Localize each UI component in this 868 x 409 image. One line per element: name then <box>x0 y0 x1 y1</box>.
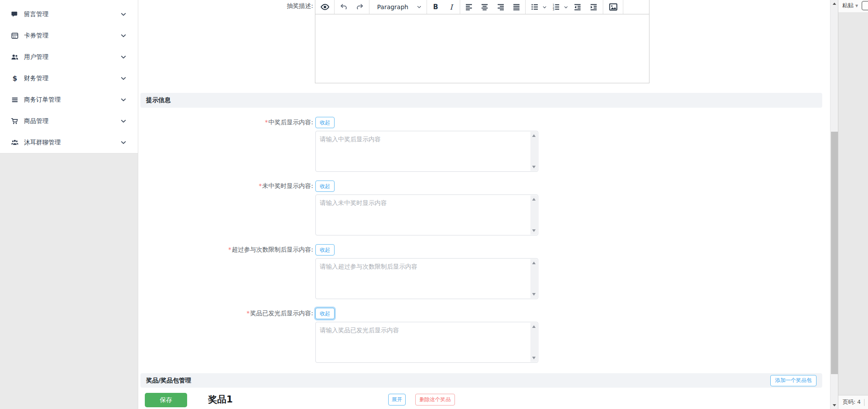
scroll-down-icon[interactable] <box>532 166 536 168</box>
collapse-button-win[interactable]: 收起 <box>315 117 335 128</box>
prize-name: 奖品1 <box>208 393 233 406</box>
redo-button[interactable] <box>353 1 367 13</box>
tips-section-title: 提示信息 <box>146 96 171 104</box>
numbered-list-button[interactable]: 123 <box>549 1 563 13</box>
chevron-down-icon <box>120 54 126 60</box>
textarea-distributed-wrap <box>315 322 538 363</box>
group-icon <box>10 138 19 147</box>
sidebar-item-label: 商务订单管理 <box>24 96 120 104</box>
textarea-lose[interactable] <box>316 195 538 235</box>
sidebar-item-groupchat-management[interactable]: 沐耳群聊管理 <box>0 132 138 153</box>
sidebar-item-order-management[interactable]: 商务订单管理 <box>0 89 138 110</box>
scroll-down-icon <box>833 404 836 406</box>
textarea-scrollbar[interactable] <box>530 259 537 298</box>
italic-button[interactable]: I <box>444 1 458 13</box>
list-icon <box>10 95 19 104</box>
editor-toolbar: Paragraph B I <box>315 0 649 14</box>
sidebar-item-user-management[interactable]: 用户管理 <box>0 46 138 68</box>
chevron-down-icon[interactable] <box>542 5 547 10</box>
scroll-up-icon[interactable] <box>532 262 536 264</box>
toolbar-group-preview <box>315 0 335 14</box>
admin-app: 留言管理 卡券管理 用户管理 <box>0 0 868 409</box>
sidebar-menu: 留言管理 卡券管理 用户管理 <box>0 0 138 153</box>
expand-button[interactable]: 展开 <box>388 394 406 406</box>
collapse-button-lose[interactable]: 收起 <box>315 181 335 192</box>
sidebar-item-message-management[interactable]: 留言管理 <box>0 3 138 25</box>
undo-button[interactable] <box>337 1 351 13</box>
delete-prize-button[interactable]: 删除这个奖品 <box>415 394 455 406</box>
toolbar-group-history <box>335 0 369 14</box>
collapse-button-limit[interactable]: 收起 <box>315 244 335 256</box>
prize-section-title: 奖品/奖品包管理 <box>146 377 191 385</box>
align-justify-icon[interactable] <box>509 1 523 13</box>
textarea-distributed[interactable] <box>316 322 538 362</box>
comment-icon <box>10 10 19 19</box>
textarea-scrollbar[interactable] <box>530 132 537 171</box>
outdent-button[interactable] <box>571 1 584 13</box>
scrollbar-thumb[interactable] <box>831 132 838 374</box>
scroll-up-icon[interactable] <box>532 198 536 201</box>
cart-icon <box>10 117 19 126</box>
clipboard-icon[interactable] <box>861 1 868 10</box>
preview-eye-button[interactable] <box>318 1 332 13</box>
dollar-icon: $ <box>10 74 19 83</box>
indent-button[interactable] <box>587 1 601 13</box>
background-word-window: 粘贴 ▼ 页码: 4 页 <box>838 0 868 409</box>
field-label-lose: *未中奖时显示内容: <box>139 182 313 190</box>
paragraph-dropdown[interactable]: Paragraph <box>373 3 424 10</box>
rich-text-editor: Paragraph B I <box>315 0 649 83</box>
required-asterisk: * <box>265 119 268 126</box>
textarea-scrollbar[interactable] <box>530 323 537 362</box>
sidebar-item-label: 财务管理 <box>24 75 120 82</box>
sidebar-item-label: 用户管理 <box>24 53 120 61</box>
word-paste-button[interactable]: 粘贴 ▼ <box>842 2 858 10</box>
scroll-down-icon[interactable] <box>532 357 536 359</box>
word-ribbon: 粘贴 ▼ <box>838 0 868 12</box>
scroll-down-icon[interactable] <box>532 293 536 296</box>
align-right-icon[interactable] <box>494 1 508 13</box>
main-content: 抽奖描述: Paragraph <box>139 0 830 409</box>
required-asterisk: * <box>259 182 262 189</box>
collapse-button-distributed[interactable]: 收起 <box>315 308 335 319</box>
chevron-down-icon: ▼ <box>855 4 858 8</box>
chevron-down-icon[interactable] <box>564 5 568 10</box>
bullet-list-button[interactable] <box>528 1 542 13</box>
word-status-bar: 页码: 4 页 <box>838 395 868 409</box>
chevron-down-icon <box>120 140 126 146</box>
tips-section-header: 提示信息 <box>140 93 822 108</box>
status-divider <box>864 399 865 406</box>
textarea-scrollbar[interactable] <box>530 195 537 235</box>
save-button[interactable]: 保存 <box>145 393 187 407</box>
sidebar-item-coupon-management[interactable]: 卡券管理 <box>0 25 138 46</box>
add-prize-package-button[interactable]: 添加一个奖品包 <box>770 375 817 386</box>
browser-scrollbar[interactable] <box>830 0 838 409</box>
sidebar-item-product-management[interactable]: 商品管理 <box>0 110 138 132</box>
align-center-icon[interactable] <box>478 1 492 13</box>
required-asterisk: * <box>228 246 231 253</box>
sidebar-item-label: 商品管理 <box>24 117 120 125</box>
image-button[interactable] <box>606 1 620 13</box>
page-number-status: 页码: 4 <box>843 399 861 406</box>
textarea-win[interactable] <box>316 131 538 171</box>
scroll-up-icon <box>833 3 836 5</box>
toolbar-group-style: B I <box>427 0 460 14</box>
scroll-down-icon[interactable] <box>532 229 536 232</box>
align-left-icon[interactable] <box>462 1 476 13</box>
textarea-win-wrap <box>315 131 538 172</box>
scroll-up-icon[interactable] <box>532 134 536 137</box>
scrollbar-down-button[interactable] <box>830 402 838 409</box>
lottery-description-label: 抽奖描述: <box>139 2 313 10</box>
scroll-up-icon[interactable] <box>532 325 536 328</box>
chevron-down-icon <box>120 75 126 82</box>
bold-button[interactable]: B <box>429 1 443 13</box>
sidebar-item-finance-management[interactable]: $ 财务管理 <box>0 68 138 89</box>
toolbar-group-media <box>603 0 623 14</box>
word-document-area <box>838 12 868 395</box>
scrollbar-up-button[interactable] <box>830 0 838 7</box>
paste-label: 粘贴 <box>842 2 854 10</box>
users-icon <box>10 53 19 61</box>
toolbar-group-align <box>460 0 526 14</box>
textarea-limit[interactable] <box>316 259 538 299</box>
chevron-down-icon <box>120 11 126 17</box>
editor-content-area[interactable] <box>315 14 649 83</box>
